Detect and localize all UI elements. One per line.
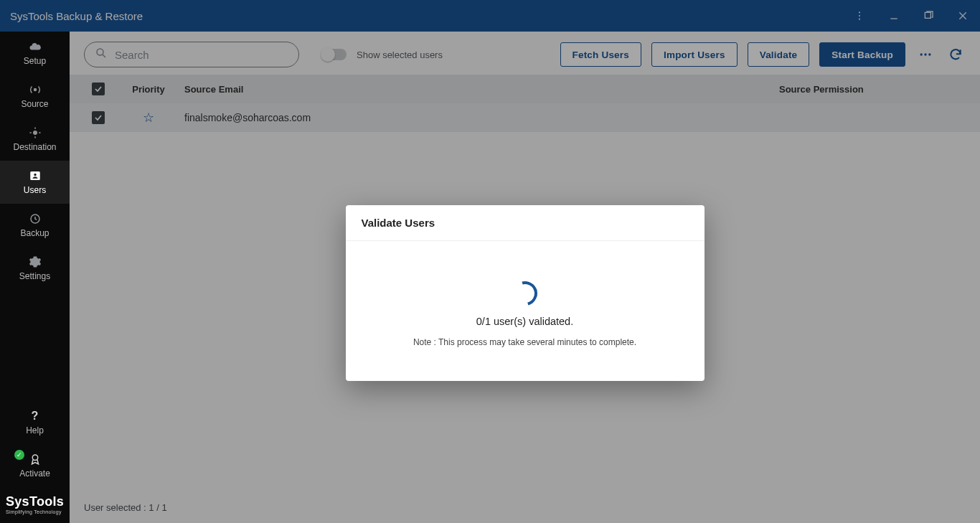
main-content: Show selected users Fetch Users Import U… <box>70 32 980 523</box>
loading-spinner-icon <box>508 276 541 309</box>
history-icon <box>29 212 42 225</box>
brand-name: SysTools <box>6 494 70 509</box>
badge-icon <box>29 453 42 466</box>
modal-title: Validate Users <box>346 205 705 241</box>
close-button[interactable] <box>946 0 980 32</box>
kebab-menu-icon[interactable] <box>842 0 877 32</box>
sidebar-item-label: Setup <box>24 56 46 66</box>
gear-icon <box>29 255 42 268</box>
broadcast-icon <box>29 83 42 96</box>
validate-users-modal: Validate Users 0/1 user(s) validated. No… <box>346 205 705 381</box>
sidebar: Setup Source Destination Users Backup <box>0 32 70 523</box>
user-card-icon <box>29 169 42 182</box>
brand-tagline: Simplifying Technology <box>6 509 70 514</box>
svg-point-0 <box>859 11 860 13</box>
maximize-button[interactable] <box>911 0 946 32</box>
sidebar-item-label: Activate <box>19 468 50 479</box>
window-title: SysTools Backup & Restore <box>10 10 842 22</box>
help-icon: ? <box>29 410 42 423</box>
svg-point-12 <box>32 455 38 461</box>
minimize-button[interactable] <box>877 0 911 32</box>
activated-check-icon: ✓ <box>14 450 24 460</box>
svg-rect-4 <box>925 12 930 18</box>
validation-note-text: Note : This process may take several min… <box>413 337 636 347</box>
target-icon <box>29 126 42 139</box>
validation-progress-text: 0/1 user(s) validated. <box>476 316 573 327</box>
svg-point-10 <box>34 174 36 176</box>
svg-point-2 <box>859 19 860 20</box>
title-bar: SysTools Backup & Restore <box>0 0 980 32</box>
sidebar-item-backup[interactable]: Backup <box>0 204 70 247</box>
sidebar-item-label: Source <box>21 99 48 109</box>
sidebar-item-users[interactable]: Users <box>0 161 70 204</box>
sidebar-item-label: Settings <box>19 271 50 281</box>
sidebar-item-source[interactable]: Source <box>0 75 70 118</box>
sidebar-item-settings[interactable]: Settings <box>0 247 70 290</box>
sidebar-item-label: Backup <box>20 228 49 238</box>
svg-point-1 <box>859 15 860 17</box>
sidebar-item-destination[interactable]: Destination <box>0 118 70 161</box>
sidebar-item-setup[interactable]: Setup <box>0 32 70 75</box>
svg-point-8 <box>33 131 37 135</box>
sidebar-item-label: Users <box>24 185 46 195</box>
svg-point-7 <box>34 89 36 91</box>
sidebar-item-help[interactable]: ? Help <box>0 401 70 444</box>
sidebar-item-label: Help <box>26 425 44 435</box>
sidebar-item-activate[interactable]: ✓ Activate <box>0 444 70 487</box>
sidebar-item-label: Destination <box>13 142 56 152</box>
brand: SysTools Simplifying Technology <box>0 487 70 523</box>
cloud-icon <box>29 40 42 53</box>
